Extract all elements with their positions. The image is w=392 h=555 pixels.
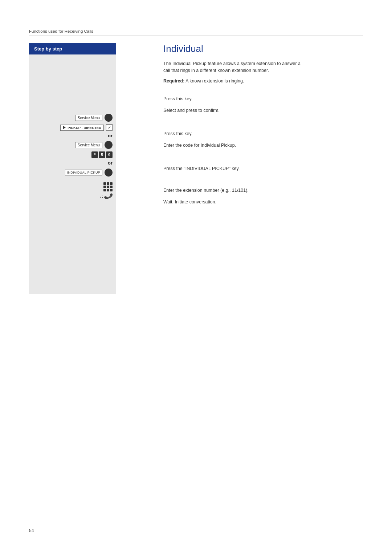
page-number: 54 xyxy=(29,528,34,533)
keypad-dot xyxy=(110,189,113,191)
required-text: A known extension is ringing. xyxy=(184,78,244,84)
keypad-dot xyxy=(103,182,106,185)
keypad-icon xyxy=(103,182,113,191)
pickup-directed-box: PICKUP - DIRECTED xyxy=(60,125,104,131)
keypad-dot xyxy=(107,182,109,185)
code-5: 5 xyxy=(99,151,105,158)
required-line: Required: A known extension is ringing. xyxy=(163,78,363,84)
keypad-row xyxy=(29,182,116,191)
step-by-step-header: Step by step xyxy=(29,43,116,54)
blank-row xyxy=(163,175,363,185)
code-9: 9 xyxy=(106,151,113,158)
star-code: * xyxy=(91,151,98,158)
or-text-1: or xyxy=(29,133,116,138)
left-column: Step by step Service Menu PICKUP - DIREC… xyxy=(29,43,152,294)
right-column: Individual The Individual Pickup feature… xyxy=(152,43,363,294)
keypad-dot xyxy=(103,186,106,188)
music-row: ♫ 📞 xyxy=(29,192,116,200)
instruction-press-key-2: Press this key. xyxy=(163,129,363,139)
gray-area: Service Menu PICKUP - DIRECTED ✓ or xyxy=(29,54,116,294)
instruction-wait: Wait. Initiate conversation. xyxy=(163,197,363,207)
keypad-dot xyxy=(110,182,113,185)
main-layout: Step by step Service Menu PICKUP - DIREC… xyxy=(29,43,363,294)
description-text: The Individual Pickup feature allows a s… xyxy=(163,60,301,74)
header-text: Functions used for Receiving Calls xyxy=(29,29,93,33)
phone-key-2[interactable] xyxy=(105,141,113,149)
individual-pickup-box: INDIVIDUAL PICKUP xyxy=(65,170,102,175)
left-content: Service Menu PICKUP - DIRECTED ✓ or xyxy=(29,54,116,201)
instruction-text-2: Select and press to confirm. xyxy=(163,108,220,113)
keypad-dot xyxy=(110,186,113,188)
pickup-directed-label: PICKUP - DIRECTED xyxy=(68,126,101,130)
instruction-text-4: Enter the code for Individual Pickup. xyxy=(163,143,236,148)
instruction-text-3: Press this key. xyxy=(163,131,192,136)
instruction-text-1: Press this key. xyxy=(163,96,192,101)
instruction-press-individual: Press the "INDIVIDUAL PICKUP" key. xyxy=(163,163,363,174)
instruction-press-key-1: Press this key. xyxy=(163,94,363,104)
service-menu-box-2: Service Menu xyxy=(75,142,102,148)
section-title: Individual xyxy=(163,43,363,54)
play-icon xyxy=(63,126,66,129)
pickup-directed-row: PICKUP - DIRECTED ✓ xyxy=(29,124,116,131)
phone-icon: 📞 xyxy=(103,191,114,201)
keypad-dot xyxy=(107,186,109,188)
instruction-text-5: Press the "INDIVIDUAL PICKUP" key. xyxy=(163,166,240,171)
instruction-enter-code: Enter the code for Individual Pickup. xyxy=(163,140,363,150)
instruction-or-1 xyxy=(163,117,363,127)
instruction-rows: Press this key. Select and press to conf… xyxy=(163,94,363,208)
service-menu-box-1: Service Menu xyxy=(75,115,102,121)
instruction-text-6: Enter the extension number (e.g., 11/101… xyxy=(163,188,249,193)
code-row: * 5 9 xyxy=(29,151,116,158)
instruction-select-confirm: Select and press to confirm. xyxy=(163,105,363,116)
individual-pickup-row: INDIVIDUAL PICKUP xyxy=(29,169,116,177)
step-by-step-label: Step by step xyxy=(34,46,62,52)
checkmark-box[interactable]: ✓ xyxy=(106,124,113,131)
page-container: Functions used for Receiving Calls Step … xyxy=(0,0,392,555)
instruction-or-2 xyxy=(163,152,363,162)
page-header: Functions used for Receiving Calls xyxy=(29,29,363,36)
service-menu-row-2: Service Menu xyxy=(29,140,116,150)
or-text-2: or xyxy=(29,160,116,166)
required-bold: Required: xyxy=(163,78,184,84)
phone-key-1[interactable] xyxy=(105,114,113,122)
phone-key-3[interactable] xyxy=(105,169,113,177)
instruction-enter-extension: Enter the extension number (e.g., 11/101… xyxy=(163,185,363,195)
instruction-text-7: Wait. Initiate conversation. xyxy=(163,199,216,204)
service-menu-row-1: Service Menu xyxy=(29,113,116,123)
keypad-dot xyxy=(103,189,106,191)
